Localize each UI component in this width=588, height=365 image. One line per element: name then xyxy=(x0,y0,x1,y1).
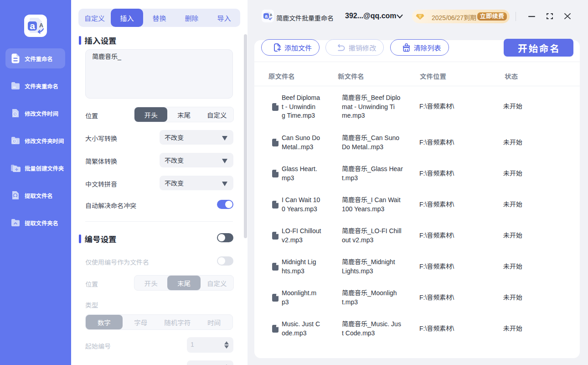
svg-text:A: A xyxy=(270,13,273,17)
svg-text:a: a xyxy=(265,13,268,19)
svg-text:a: a xyxy=(30,21,35,31)
svg-text:A: A xyxy=(39,22,43,29)
